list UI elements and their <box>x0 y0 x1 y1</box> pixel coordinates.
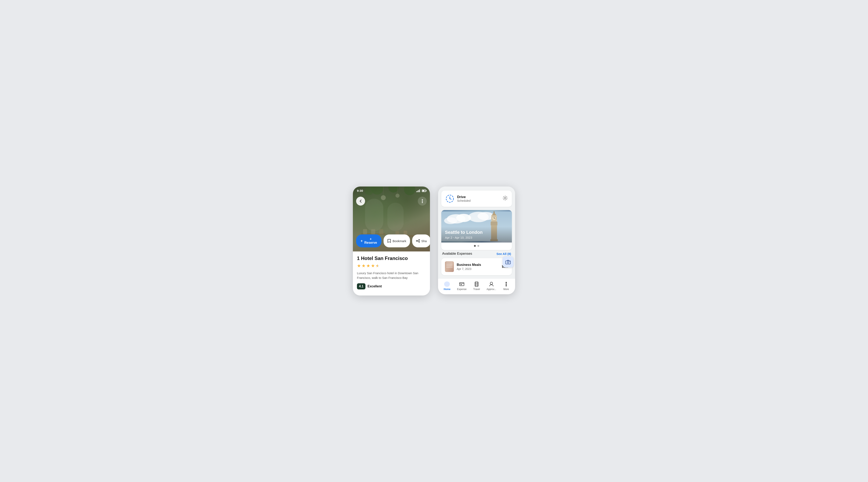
svg-point-29 <box>504 197 506 199</box>
hotel-info: 1 Hotel San Francisco ★ ★ ★ ★ ★ Luxury S… <box>353 251 430 295</box>
action-buttons: + + Reserve Bookmark <box>356 234 427 247</box>
drive-title: Drive <box>457 195 470 199</box>
svg-point-6 <box>381 195 386 200</box>
receipt-line-3 <box>446 265 453 266</box>
star-half: ★ <box>376 263 380 268</box>
svg-rect-37 <box>491 222 497 225</box>
travel-icon <box>474 282 479 287</box>
svg-line-28 <box>450 199 451 199</box>
signal-bar-2 <box>417 191 418 192</box>
more-nav-label: More <box>503 288 509 291</box>
back-button[interactable] <box>356 197 365 206</box>
svg-point-22 <box>416 240 417 242</box>
signal-bar-4 <box>420 189 420 192</box>
rating-badge: 4.1 Excellent <box>357 283 426 289</box>
phone-container: 9:30 <box>353 187 515 295</box>
svg-point-60 <box>505 285 507 286</box>
svg-line-23 <box>417 240 419 241</box>
travel-image: Seattle to London Apr 2 - Apr 10, 2023 <box>441 210 512 243</box>
drive-card: Drive Scheduled <box>441 191 512 207</box>
gear-svg <box>502 195 508 201</box>
expense-receipt-image <box>445 261 454 272</box>
time-display: 9:30 <box>357 189 363 192</box>
share-icon <box>416 239 420 243</box>
nav-travel[interactable]: Travel <box>470 282 483 291</box>
approve-icon <box>489 282 494 287</box>
svg-rect-51 <box>460 284 462 285</box>
svg-point-58 <box>505 282 507 283</box>
settings-icon[interactable] <box>502 195 508 202</box>
star-2: ★ <box>362 263 366 268</box>
ellipsis-vertical-icon <box>422 199 423 203</box>
hotel-image: 9:30 <box>353 187 430 251</box>
expense-details: Business Meals Apr 7, 2023 <box>457 263 499 271</box>
dot-2[interactable] <box>477 245 479 247</box>
svg-point-20 <box>419 239 420 240</box>
home-nav-label: Home <box>444 288 451 291</box>
bottom-nav: Home Expense <box>438 279 515 294</box>
drive-text: Drive Scheduled <box>457 195 470 202</box>
drive-card-left: Drive Scheduled <box>445 194 470 203</box>
nav-expense[interactable]: Expense <box>456 282 468 291</box>
expenses-title: Available Expenses <box>442 252 472 256</box>
signal-icon <box>416 189 420 192</box>
expense-name: Business Meals <box>457 263 499 267</box>
carousel-dots <box>441 243 512 250</box>
back-arrow-icon <box>359 199 363 203</box>
receipt-line-1 <box>446 263 453 263</box>
svg-point-57 <box>490 282 493 285</box>
approve-nav-label: Approv... <box>487 288 496 291</box>
camera-icon <box>505 260 511 264</box>
share-label: Sha <box>421 239 427 243</box>
more-dots-icon <box>505 282 507 287</box>
travel-nav-label: Travel <box>473 288 480 291</box>
right-phone: Drive Scheduled <box>438 187 515 294</box>
share-button[interactable]: Sha <box>412 234 430 247</box>
expense-icon-container <box>459 282 464 287</box>
bookmark-button[interactable]: Bookmark <box>383 234 410 247</box>
home-icon-container <box>444 282 450 287</box>
approve-icon-container <box>489 282 494 287</box>
camera-button[interactable] <box>502 257 514 267</box>
svg-line-24 <box>417 241 419 242</box>
bookmark-icon <box>388 239 391 243</box>
plus-icon: + <box>361 239 363 243</box>
hotel-more-button[interactable] <box>418 197 427 206</box>
travel-card: Seattle to London Apr 2 - Apr 10, 2023 <box>441 210 512 250</box>
signal-bar-3 <box>418 190 419 192</box>
more-icon-container <box>503 282 509 287</box>
svg-point-48 <box>509 261 510 262</box>
reserve-button[interactable]: + + Reserve <box>356 234 381 247</box>
svg-point-17 <box>422 199 423 200</box>
star-1: ★ <box>357 263 361 268</box>
star-rating: ★ ★ ★ ★ ★ <box>357 263 426 268</box>
reserve-label: + Reserve <box>365 237 377 245</box>
signal-bar-1 <box>416 191 417 192</box>
expense-card: Business Meals Apr 7, 2023 $1... <box>441 258 512 275</box>
travel-title: Seattle to London <box>445 230 508 235</box>
nav-more[interactable]: More <box>500 282 512 291</box>
svg-rect-12 <box>363 229 367 234</box>
travel-icon-container <box>474 282 479 287</box>
svg-rect-46 <box>505 261 510 264</box>
nav-approve[interactable]: Approv... <box>485 282 497 291</box>
dot-1[interactable] <box>474 245 476 247</box>
receipt-line-2 <box>446 264 453 265</box>
svg-rect-13 <box>371 229 375 234</box>
expense-date: Apr 7, 2023 <box>457 267 499 271</box>
see-all-button[interactable]: See All (8) <box>496 252 511 256</box>
svg-rect-0 <box>365 199 383 231</box>
svg-point-59 <box>505 284 507 285</box>
battery-fill <box>423 190 425 191</box>
left-phone: 9:30 <box>353 187 430 295</box>
expense-nav-label: Expense <box>457 288 467 291</box>
status-bar: 9:30 <box>353 187 430 195</box>
svg-point-47 <box>507 262 509 263</box>
receipt-line-4 <box>446 267 453 267</box>
nav-home[interactable]: Home <box>441 282 453 291</box>
star-4: ★ <box>371 263 375 268</box>
svg-point-21 <box>419 242 420 243</box>
hotel-name: 1 Hotel San Francisco <box>357 256 426 261</box>
svg-point-19 <box>422 202 423 203</box>
scheduled-clock-icon <box>446 195 454 203</box>
